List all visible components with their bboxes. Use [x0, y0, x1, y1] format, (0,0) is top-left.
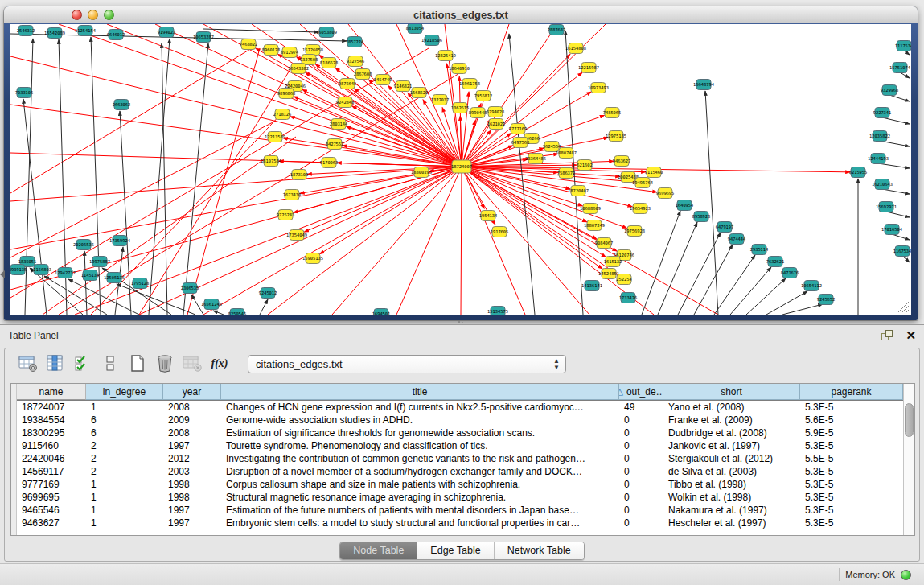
graph-node[interactable]: 2718126 — [273, 109, 292, 120]
graph-edge-reference[interactable] — [84, 251, 87, 315]
graph-node[interactable]: 1917605 — [491, 227, 509, 237]
graph-node[interactable]: 9329968 — [881, 85, 899, 96]
graph-node[interactable]: 6479197 — [716, 222, 734, 233]
graph-node[interactable]: 10973493 — [588, 83, 609, 93]
graph-node[interactable]: 12215987 — [578, 63, 599, 73]
graph-node[interactable]: 16542089 — [44, 28, 65, 39]
tab-network-table[interactable]: Network Table — [494, 542, 584, 559]
graph-node[interactable]: 7485065 — [603, 108, 622, 118]
graph-node[interactable]: 16543382 — [288, 64, 309, 74]
graph-node[interactable]: 8813054 — [406, 24, 425, 34]
graph-node[interactable]: 2867608 — [354, 69, 372, 80]
graph-edge-reference[interactable] — [705, 91, 718, 315]
float-panel-icon[interactable] — [881, 330, 894, 341]
table-row[interactable]: 946362711997Embryonic stem cells: a mode… — [17, 517, 903, 529]
graph-node[interactable]: 1795128 — [131, 278, 150, 289]
graph-node[interactable]: 11254154 — [75, 26, 96, 36]
graph-node[interactable]: 20206535 — [73, 240, 94, 250]
graph-node[interactable]: 9875645 — [339, 79, 357, 89]
graph-node[interactable]: 1733426 — [619, 293, 638, 303]
graph-node[interactable]: 7586372 — [557, 168, 576, 179]
graph-node[interactable]: 2663062 — [113, 100, 131, 110]
table-settings-icon[interactable] — [16, 352, 40, 375]
graph-edge-reference[interactable] — [882, 117, 910, 124]
graph-edge-reference[interactable] — [642, 211, 680, 315]
graph-edge-reference[interactable] — [886, 212, 910, 217]
table-row[interactable]: 969969511998Structural magnetic resonanc… — [17, 491, 903, 504]
vertical-scrollbar[interactable] — [903, 384, 914, 535]
graph-node[interactable]: 8990448 — [469, 108, 487, 118]
graph-node[interactable]: 14136141 — [581, 281, 602, 291]
graph-node[interactable]: 19495764 — [632, 178, 653, 188]
graph-edge-reference[interactable] — [260, 299, 268, 315]
graph-edge-reference[interactable] — [782, 304, 823, 315]
graph-edge-reference[interactable] — [880, 141, 910, 146]
graph-node[interactable]: 6646012 — [107, 30, 125, 40]
table-row[interactable]: 977716911998Corpus callosum shape and si… — [17, 478, 903, 491]
graph-edge-reference[interactable] — [714, 255, 755, 315]
graph-node[interactable]: 9194023 — [158, 27, 176, 38]
graph-node[interactable]: 1362615 — [451, 103, 470, 113]
graph-node[interactable]: 1640954 — [676, 200, 694, 211]
scrollbar-thumb[interactable] — [905, 403, 914, 437]
graph-node[interactable]: 15134575 — [487, 307, 508, 315]
graph-node[interactable]: 15751074 — [889, 63, 910, 73]
graph-node[interactable]: 16053809 — [316, 27, 337, 38]
graph-node[interactable]: 2546312 — [17, 26, 35, 36]
graph-node[interactable]: 9242848 — [336, 97, 355, 108]
graph-node[interactable]: 2306535 — [181, 283, 199, 294]
hidden-panel-arrow[interactable] — [0, 270, 5, 278]
graph-node[interactable]: 7857224 — [346, 37, 364, 47]
graph-node[interactable]: 15226058 — [302, 45, 323, 56]
graph-node[interactable]: 18807249 — [584, 220, 605, 231]
close-panel-icon[interactable]: ✕ — [906, 330, 916, 341]
graph-node[interactable]: 12444193 — [868, 154, 889, 164]
graph-node[interactable]: 8427552 — [326, 139, 344, 150]
table-row[interactable]: 946554611997Estimation of the future num… — [17, 504, 903, 517]
graph-node[interactable]: 1873103 — [290, 170, 309, 180]
resize-grip-icon[interactable] — [906, 310, 909, 312]
graph-node[interactable]: 6497568 — [511, 138, 530, 148]
graph-node[interactable]: 18724007 — [451, 160, 472, 173]
column-header-pagerank[interactable]: pagerank — [800, 384, 903, 400]
graph-node[interactable]: 9227341 — [873, 108, 892, 118]
graph-node[interactable]: 7673430 — [283, 190, 302, 200]
graph-node[interactable]: 7955812 — [474, 91, 493, 101]
graph-node[interactable]: 17354049 — [286, 230, 307, 241]
graph-node[interactable]: 9474444 — [728, 234, 746, 245]
graph-node[interactable]: 1117534 — [895, 41, 911, 51]
table-row[interactable]: 1830029562008Estimation of significance … — [17, 426, 903, 439]
graph-node[interactable]: 17016504 — [881, 225, 902, 235]
graph-edge-reference[interactable] — [892, 234, 910, 240]
graph-edge-reference[interactable] — [902, 256, 910, 262]
graph-node[interactable]: 2887682 — [548, 25, 566, 35]
graph-node[interactable]: 12942737 — [55, 268, 76, 278]
graph-node[interactable]: 10654112 — [801, 281, 822, 291]
graph-node[interactable]: 1322037 — [431, 95, 450, 105]
graph-node[interactable]: 16210643 — [872, 179, 893, 190]
graph-edge-reference[interactable] — [658, 222, 697, 315]
graph-node[interactable]: 7632621 — [766, 257, 785, 267]
graph-node[interactable]: 1568520 — [410, 88, 429, 98]
graph-edge-reference[interactable] — [730, 267, 771, 315]
graph-node[interactable]: 9245652 — [817, 295, 836, 305]
memory-status-indicator[interactable] — [901, 570, 911, 580]
graph-node[interactable]: 16648794 — [693, 80, 714, 90]
column-header-indegree[interactable]: in_degree — [86, 384, 163, 400]
tab-node-table[interactable]: Node Table — [340, 542, 417, 559]
column-header-short[interactable]: short — [663, 384, 800, 400]
select-column-icon[interactable] — [43, 352, 68, 375]
graph-node[interactable]: 9777169 — [509, 124, 528, 134]
tab-edge-table[interactable]: Edge Table — [417, 542, 493, 559]
graph-node[interactable]: 9463627 — [613, 156, 631, 167]
graph-edge-reference[interactable] — [183, 43, 208, 315]
graph-node[interactable]: 9170063 — [320, 158, 339, 168]
graph-edge-reference[interactable] — [889, 95, 910, 101]
graph-node[interactable]: 12213589 — [265, 132, 285, 142]
graph-node[interactable]: 1954134 — [479, 211, 498, 221]
table-row[interactable]: 2242004622012Investigating the contribut… — [17, 452, 903, 465]
graph-node[interactable]: 19218506 — [421, 35, 442, 46]
graph-node[interactable]: 621602 — [577, 160, 592, 171]
graph-node[interactable]: 8186528 — [320, 58, 339, 68]
graph-edge-reference[interactable] — [213, 311, 224, 315]
